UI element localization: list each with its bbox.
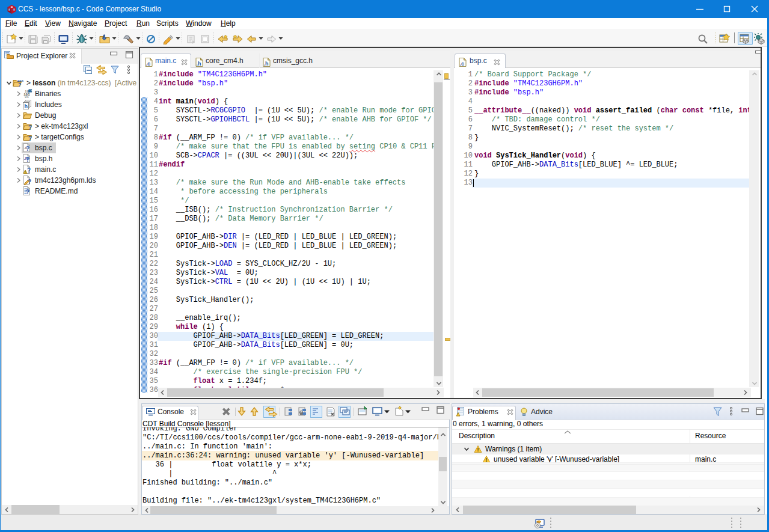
svg-text:!: ! bbox=[477, 447, 479, 453]
